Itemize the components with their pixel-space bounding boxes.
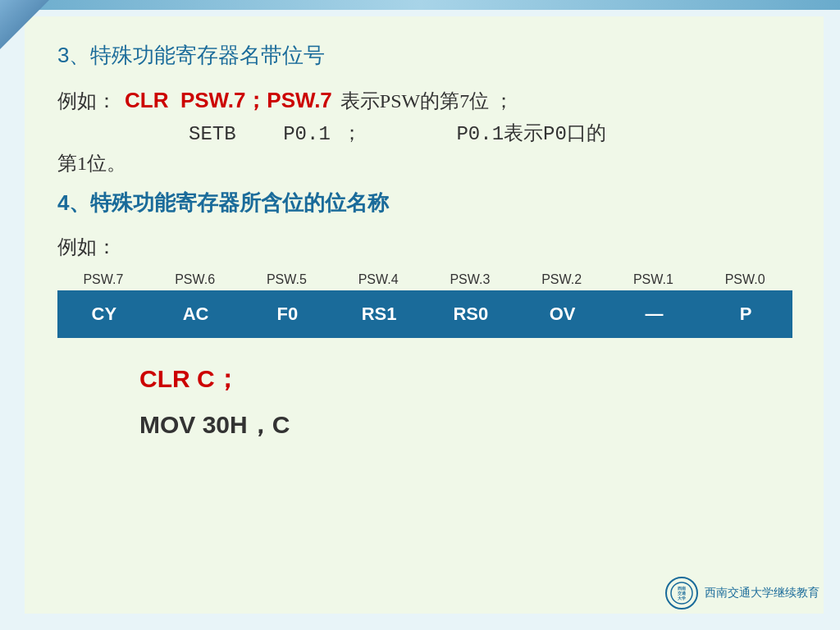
psw-cell-f0: F0 [243,292,335,336]
psw7-desc: 表示PSW的第7位 ； [340,88,514,114]
psw-label-0: PSW.0 [699,272,791,287]
logo-area: 西南 交通 大学 西南交通大学继续教育 [665,577,819,609]
psw-label-7: PSW.7 [57,272,149,287]
psw-label-4: PSW.4 [332,272,424,287]
svg-text:西南: 西南 [678,586,686,591]
p01-desc: 第1位。 [57,150,791,176]
psw-cell-ac: AC [151,292,243,336]
setb-code: SETB P0.1 ； P0.1表示P0口的 [189,123,606,145]
first-bit-text: 第1位。 [57,153,126,174]
example-label-1: 例如： [57,88,116,114]
psw-labels-row: PSW.7 PSW.6 PSW.5 PSW.4 PSW.3 PSW.2 PSW.… [57,272,791,287]
clr-psw-code: CLR PSW.7；PSW.7 [125,86,332,115]
psw-label-3: PSW.3 [424,272,516,287]
section3-title: 3、特殊功能寄存器名带位号 [57,41,791,70]
section4-title: 4、特殊功能寄存器所含位的位名称 [57,189,791,217]
psw-cell-cy: CY [59,292,151,336]
psw-cell-ov: OV [518,292,609,336]
logo-circle: 西南 交通 大学 [665,577,698,609]
psw-label-5: PSW.5 [241,272,333,287]
clr-c-line: CLR C； [139,363,791,396]
example-line1: 例如： CLR PSW.7；PSW.7 表示PSW的第7位 ； [57,86,791,115]
psw-label-2: PSW.2 [516,272,608,287]
psw-cell-dash: — [609,292,701,336]
setb-line: SETB P0.1 ； P0.1表示P0口的 [189,120,791,146]
top-bar [0,0,840,10]
main-content: 3、特殊功能寄存器名带位号 例如： CLR PSW.7；PSW.7 表示PSW的… [25,16,824,614]
psw-table: CY AC F0 RS1 RS0 OV — P [57,290,792,338]
mov-text: MOV 30H，C [139,411,290,438]
psw-label-6: PSW.6 [149,272,241,287]
mov-line: MOV 30H，C [139,409,791,442]
svg-text:大学: 大学 [677,596,686,600]
psw-label-1: PSW.1 [608,272,700,287]
svg-text:交通: 交通 [678,591,687,596]
example-label-2: 例如： [57,234,791,260]
psw-cell-rs0: RS0 [426,292,518,336]
logo-text: 西南交通大学继续教育 [705,586,819,600]
clr-c-text: CLR C； [139,365,240,392]
psw-cell-rs1: RS1 [334,292,426,336]
psw-cell-p: P [701,292,791,336]
